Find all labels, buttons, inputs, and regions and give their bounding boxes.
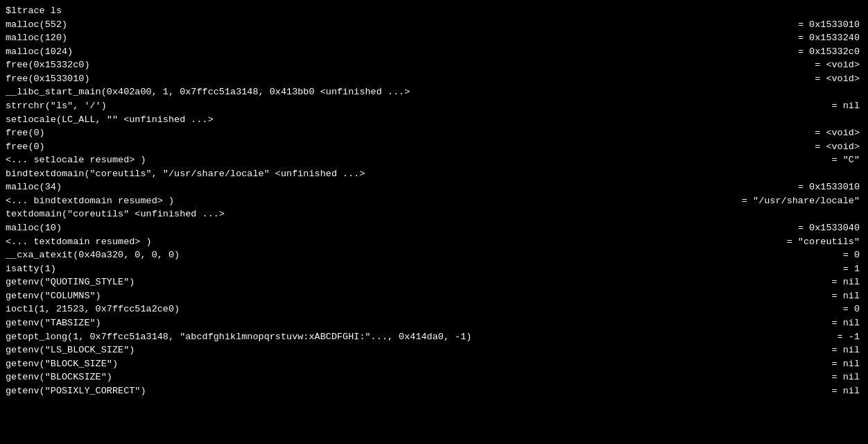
terminal-line: free(0x15332c0)= <void>	[6, 58, 862, 72]
line-content: <... textdomain resumed> )	[6, 235, 152, 249]
line-result: = 0	[843, 248, 862, 262]
terminal-line: getenv("POSIXLY_CORRECT")= nil	[6, 384, 862, 398]
line-content: getenv("QUOTING_STYLE")	[6, 275, 134, 289]
terminal-line: getenv("BLOCKSIZE")= nil	[6, 370, 862, 384]
line-content: free(0x1533010)	[6, 72, 90, 86]
line-content: textdomain("coreutils" <unfinished ...>	[6, 207, 225, 221]
line-result: = "/usr/share/locale"	[742, 194, 862, 208]
line-content: free(0x15332c0)	[6, 58, 90, 72]
line-content: free(0)	[6, 126, 45, 140]
terminal-line: textdomain("coreutils" <unfinished ...>	[6, 207, 862, 221]
line-result: = <void>	[815, 126, 862, 140]
line-result: = 0x1533040	[798, 221, 862, 235]
terminal-line: bindtextdomain("coreutils", "/usr/share/…	[6, 167, 862, 181]
line-result: = <void>	[815, 72, 862, 86]
terminal-line: malloc(120)= 0x1533240	[6, 31, 862, 45]
line-result: = 1	[843, 262, 862, 276]
terminal-line: __cxa_atexit(0x40a320, 0, 0, 0)= 0	[6, 248, 862, 262]
line-content: <... bindtextdomain resumed> )	[6, 194, 174, 208]
terminal-line: ioctl(1, 21523, 0x7ffcc51a2ce0)= 0	[6, 302, 862, 316]
terminal-line: setlocale(LC_ALL, "" <unfinished ...>	[6, 113, 862, 127]
terminal-line: strrchr("ls", '/')= nil	[6, 99, 862, 113]
terminal-line: $ltrace ls	[6, 4, 862, 18]
terminal-line: malloc(10)= 0x1533040	[6, 221, 862, 235]
terminal-line: <... bindtextdomain resumed> )= "/usr/sh…	[6, 194, 862, 208]
line-result: = nil	[831, 357, 862, 371]
line-content: malloc(1024)	[6, 45, 73, 59]
terminal-line: free(0x1533010)= <void>	[6, 72, 862, 86]
terminal-line: isatty(1)= 1	[6, 262, 862, 276]
line-content: getopt_long(1, 0x7ffcc51a3148, "abcdfghi…	[6, 330, 471, 344]
line-content: getenv("LS_BLOCK_SIZE")	[6, 343, 134, 357]
line-result: = -1	[837, 330, 862, 344]
line-content: getenv("COLUMNS")	[6, 289, 101, 303]
line-result: = nil	[831, 343, 862, 357]
terminal-line: malloc(1024)= 0x15332c0	[6, 45, 862, 59]
line-result: = nil	[831, 384, 862, 398]
line-result: = nil	[831, 370, 862, 384]
line-content: malloc(552)	[6, 18, 67, 32]
line-content: $ltrace ls	[6, 4, 62, 18]
line-content: malloc(34)	[6, 180, 62, 194]
line-result: = <void>	[815, 140, 862, 154]
line-content: getenv("BLOCKSIZE")	[6, 370, 112, 384]
line-content: getenv("POSIXLY_CORRECT")	[6, 384, 146, 398]
line-content: strrchr("ls", '/')	[6, 99, 107, 113]
line-content: getenv("TABSIZE")	[6, 316, 101, 330]
line-result: = "coreutils"	[787, 235, 862, 249]
line-result: = 0x1533240	[798, 31, 862, 45]
line-content: isatty(1)	[6, 262, 56, 276]
line-content: free(0)	[6, 140, 45, 154]
terminal-line: malloc(552)= 0x1533010	[6, 18, 862, 32]
terminal-line: <... setlocale resumed> )= "C"	[6, 153, 862, 167]
line-content: bindtextdomain("coreutils", "/usr/share/…	[6, 167, 365, 181]
line-result: = nil	[831, 289, 862, 303]
terminal-line: malloc(34)= 0x1533010	[6, 180, 862, 194]
line-result: = <void>	[815, 58, 862, 72]
line-content: getenv("BLOCK_SIZE")	[6, 357, 118, 371]
terminal-line: __libc_start_main(0x402a00, 1, 0x7ffcc51…	[6, 85, 862, 99]
terminal-line: getenv("LS_BLOCK_SIZE")= nil	[6, 343, 862, 357]
terminal-line: free(0)= <void>	[6, 126, 862, 140]
line-content: __libc_start_main(0x402a00, 1, 0x7ffcc51…	[6, 85, 410, 99]
terminal-line: getenv("QUOTING_STYLE")= nil	[6, 275, 862, 289]
terminal-line: getenv("BLOCK_SIZE")= nil	[6, 357, 862, 371]
line-result: = nil	[831, 99, 862, 113]
line-result: = nil	[831, 275, 862, 289]
terminal-line: free(0)= <void>	[6, 140, 862, 154]
line-result: = 0x1533010	[798, 180, 862, 194]
line-result: = 0x1533010	[798, 18, 862, 32]
line-content: malloc(120)	[6, 31, 67, 45]
line-content: __cxa_atexit(0x40a320, 0, 0, 0)	[6, 248, 180, 262]
line-result: = nil	[831, 316, 862, 330]
line-content: ioctl(1, 21523, 0x7ffcc51a2ce0)	[6, 302, 180, 316]
line-result: = 0	[843, 302, 862, 316]
line-content: setlocale(LC_ALL, "" <unfinished ...>	[6, 113, 214, 127]
terminal-line: <... textdomain resumed> )= "coreutils"	[6, 235, 862, 249]
line-content: malloc(10)	[6, 221, 62, 235]
terminal-line: getenv("TABSIZE")= nil	[6, 316, 862, 330]
line-result: = "C"	[831, 153, 862, 167]
line-content: <... setlocale resumed> )	[6, 153, 146, 167]
terminal-line: getenv("COLUMNS")= nil	[6, 289, 862, 303]
terminal-line: getopt_long(1, 0x7ffcc51a3148, "abcdfghi…	[6, 330, 862, 344]
terminal-window: $ltrace lsmalloc(552)= 0x1533010malloc(1…	[0, 0, 868, 444]
line-result: = 0x15332c0	[798, 45, 862, 59]
